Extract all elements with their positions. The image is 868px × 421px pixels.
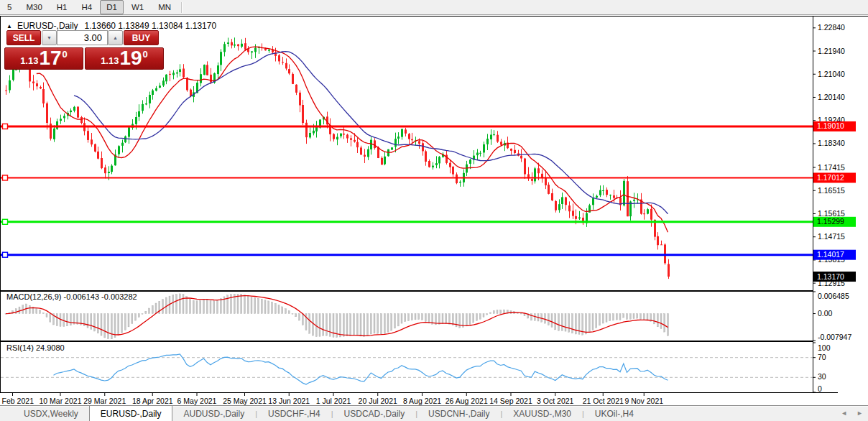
price-axis-label: 1.14715	[818, 232, 845, 241]
ohlc-values: 1.13660 1.13849 1.13084 1.13170	[85, 21, 217, 31]
price-axis-label: 1.18340	[818, 139, 845, 147]
price-axis: 1.228401.219401.210401.201401.192401.183…	[813, 23, 851, 393]
hline-anchor-handle	[3, 252, 8, 257]
spinner-down-icon: ▼	[47, 35, 52, 40]
macd-axis-label: 0.00	[818, 309, 833, 318]
chart-tab-bar: USDX,WeeklyEURUSD-,DailyAUDUSD-,Daily|US…	[0, 405, 868, 421]
tab-scroll-right-icon[interactable]: ►	[857, 410, 863, 417]
collapse-chart-icon[interactable]: ▲	[6, 23, 12, 29]
chart-title: ▲ EURUSD-,Daily 1.13660 1.13849 1.13084 …	[6, 21, 216, 31]
chart-tab-eurusd-daily[interactable]: EURUSD-,Daily	[89, 405, 173, 421]
hline-1.17012[interactable]: 1.17012	[1, 172, 856, 182]
macd-axis-label: -0.007947	[818, 333, 851, 341]
symbol-period-label: EURUSD-,Daily	[17, 21, 78, 31]
time-axis-label: 29 Mar 2021	[83, 397, 126, 405]
spinner-up-icon: ▲	[113, 35, 118, 40]
buy-price-sup: 0	[143, 49, 148, 60]
volume-decrease-button[interactable]: ▼	[42, 30, 57, 45]
hline-1.14017[interactable]: 1.14017	[1, 250, 856, 260]
time-axis-label: 26 Aug 2021	[445, 397, 488, 405]
chart-tab-audusd-daily[interactable]: AUDUSD-,Daily	[172, 406, 255, 421]
rsi-axis-label: 100	[818, 343, 831, 352]
rsi-line	[54, 354, 668, 384]
chart-tab-xauusd-m30[interactable]: XAUUSD-,M30	[502, 406, 582, 421]
sell-price-panel[interactable]: 1.13 17 0	[4, 47, 83, 70]
sell-price-small: 1.13	[20, 55, 38, 66]
rsi-axis-label: 70	[818, 353, 826, 361]
time-axis-label: 9 Nov 2021	[624, 397, 663, 405]
price-axis-label: 1.22840	[818, 23, 845, 32]
chart-tab-usdx-weekly[interactable]: USDX,Weekly	[13, 406, 89, 421]
buy-price-panel[interactable]: 1.13 19 0	[85, 47, 164, 70]
tab-scroll-controls: ◄►	[841, 410, 863, 417]
time-axis-label: 1 Jul 2021	[316, 397, 351, 405]
tab-scroll-left-icon[interactable]: ◄	[841, 410, 847, 417]
sell-price-sup: 0	[63, 49, 68, 60]
chart-tab-ukoil-h4[interactable]: UKOil-,H4	[584, 406, 645, 421]
time-axis-label: 19 Feb 2021	[0, 397, 34, 405]
price-axis-label: 1.20140	[818, 93, 845, 101]
price-axis-label: 1.15615	[818, 209, 845, 218]
chart-tab-usdchf-h4[interactable]: USDCHF-,H4	[257, 406, 331, 421]
macd-label: MACD(12,26,9) -0.006143 -0.003282	[6, 292, 137, 301]
timeframe-button-h4[interactable]: H4	[75, 0, 98, 14]
hline-anchor-handle	[3, 124, 8, 129]
chart-window: 19 Feb 202110 Mar 202129 Mar 202118 Apr …	[0, 15, 868, 405]
price-axis-label: 1.21040	[818, 70, 845, 78]
hline-price-label: 1.14017	[817, 250, 844, 259]
hline-anchor-handle	[3, 175, 8, 180]
time-axis-label: 25 May 2021	[223, 397, 267, 405]
rsi-axis-label: 30	[818, 372, 826, 381]
hline-anchor-handle	[3, 219, 8, 224]
buy-button[interactable]: BUY	[124, 30, 159, 45]
price-axis-label: 1.21940	[818, 47, 845, 55]
time-axis-label: 14 Sep 2021	[489, 397, 532, 405]
rsi-label: RSI(14) 24.9080	[6, 343, 65, 352]
trading-terminal: 5M30H1H4D1W1MN 19 Feb 202110 Mar 202129 …	[0, 0, 868, 421]
timeframe-button-h1[interactable]: H1	[50, 0, 74, 14]
hline-price-label: 1.19010	[817, 121, 844, 130]
current-price-label: 1.13170	[813, 272, 856, 282]
hline-1.15299[interactable]: 1.15299	[1, 217, 856, 227]
sell-price-big: 17	[39, 49, 61, 68]
time-axis-label: 21 Oct 2021	[583, 397, 624, 405]
rsi-pane-border	[1, 342, 813, 393]
tabbar-padding	[0, 406, 13, 421]
timeframe-button-m30[interactable]: M30	[19, 0, 48, 14]
time-axis-label: 13 Jun 2021	[268, 397, 310, 405]
svg-text:1.13170: 1.13170	[817, 272, 844, 281]
timeframe-button-5[interactable]: 5	[1, 0, 18, 14]
toolbar-separator	[181, 2, 183, 13]
volume-input[interactable]	[57, 30, 108, 45]
time-axis-label: 10 Mar 2021	[40, 397, 82, 405]
time-axis: 19 Feb 202110 Mar 202129 Mar 202118 Apr …	[0, 393, 663, 405]
time-axis-label: 6 May 2021	[177, 397, 217, 405]
hline-price-label: 1.15299	[817, 217, 844, 226]
timeframe-button-mn[interactable]: MN	[152, 0, 177, 14]
sell-button[interactable]: SELL	[6, 30, 41, 45]
time-axis-label: 18 Apr 2021	[132, 397, 173, 405]
timeframe-button-w1[interactable]: W1	[125, 0, 150, 14]
price-axis-label: 1.17415	[818, 163, 845, 172]
buy-price-small: 1.13	[101, 55, 119, 66]
time-axis-label: 3 Oct 2021	[537, 397, 574, 405]
chart-tab-usdcnh-daily[interactable]: USDCNH-,Daily	[417, 406, 500, 421]
macd-axis-label: 0.006485	[818, 292, 849, 300]
hline-price-label: 1.17012	[817, 173, 844, 182]
buy-price-big: 19	[119, 49, 142, 68]
rsi-axis-label: 0	[818, 384, 822, 393]
one-click-trade-widget: SELL ▼ ▲ BUY 1.13 17 0 1.13 19 0	[0, 30, 167, 86]
time-axis-label: 20 Jul 2021	[359, 397, 397, 405]
timeframe-button-d1[interactable]: D1	[100, 0, 124, 14]
timeframe-toolbar: 5M30H1H4D1W1MN	[0, 0, 868, 15]
time-axis-label: 8 Aug 2021	[403, 397, 441, 405]
chart-tab-usdcad-daily[interactable]: USDCAD-,Daily	[333, 406, 416, 421]
volume-increase-button[interactable]: ▲	[108, 30, 123, 45]
price-axis-label: 1.16515	[818, 186, 845, 195]
